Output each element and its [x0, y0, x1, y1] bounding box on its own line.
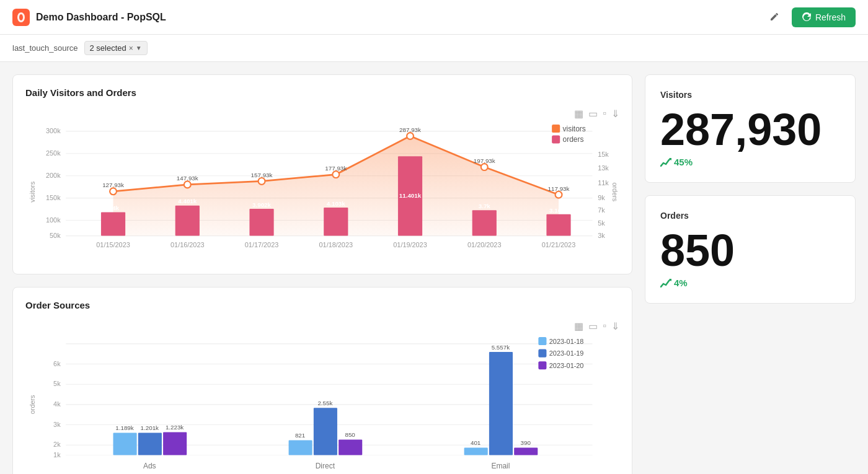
svg-text:13k: 13k: [598, 164, 609, 172]
svg-text:Ads: Ads: [143, 462, 156, 470]
header: Demo Dashboard - PopSQL Refresh: [0, 0, 868, 35]
svg-text:Direct: Direct: [316, 462, 335, 470]
svg-text:2.55k: 2.55k: [317, 400, 332, 406]
svg-rect-92: [464, 447, 488, 455]
orders-chart-area: ▦ ▭ ▫ ⇓ 1k 2k 3k: [25, 320, 619, 474]
svg-text:Email: Email: [491, 462, 510, 470]
toolbar-expand-icon-2[interactable]: ▭: [588, 320, 598, 332]
svg-text:3.105k: 3.105k: [549, 207, 568, 214]
orders-chart-title: Order Sources: [25, 300, 619, 310]
orders-stat-change: 4%: [660, 278, 840, 288]
svg-text:2023-01-18: 2023-01-18: [549, 338, 584, 345]
svg-rect-80: [163, 432, 187, 455]
svg-rect-85: [289, 440, 312, 455]
svg-point-29: [407, 133, 414, 139]
toolbar-expand-icon[interactable]: ▭: [588, 108, 598, 120]
svg-text:6k: 6k: [53, 360, 61, 367]
svg-point-30: [481, 164, 488, 170]
toolbar-shrink-icon-2[interactable]: ▫: [603, 320, 606, 332]
toolbar-download-icon-2[interactable]: ⇓: [611, 320, 619, 332]
toolbar-shrink-icon[interactable]: ▫: [603, 108, 606, 120]
svg-rect-62: [552, 135, 560, 143]
svg-text:2023-01-20: 2023-01-20: [549, 362, 584, 369]
page-title: Demo Dashboard - PopSQL: [36, 12, 166, 23]
svg-rect-104: [538, 361, 546, 369]
svg-text:11k: 11k: [598, 179, 609, 187]
visitors-stat-value: 287,930: [660, 107, 840, 152]
svg-text:1.189k: 1.189k: [115, 424, 133, 431]
svg-text:300k: 300k: [46, 127, 61, 134]
svg-text:3.7k: 3.7k: [479, 203, 491, 209]
svg-text:4k: 4k: [53, 400, 61, 408]
svg-rect-41: [249, 209, 273, 236]
refresh-button[interactable]: Refresh: [792, 7, 856, 27]
svg-text:100k: 100k: [46, 216, 61, 224]
svg-text:200k: 200k: [46, 172, 61, 179]
header-left: Demo Dashboard - PopSQL: [12, 9, 166, 26]
filter-dropdown-icon[interactable]: ▼: [136, 45, 142, 51]
svg-text:287.93k: 287.93k: [399, 126, 421, 133]
svg-text:150k: 150k: [46, 194, 61, 201]
svg-text:01/21/2023: 01/21/2023: [542, 241, 575, 248]
svg-text:1.223k: 1.223k: [166, 424, 184, 431]
svg-text:147.93k: 147.93k: [177, 175, 198, 182]
svg-text:157.93k: 157.93k: [251, 172, 273, 178]
filter-bar: last_touch_source 2 selected × ▼: [0, 35, 868, 62]
visitors-chart-svg: 50k 100k 150k 200k 250k 300k 3k 5k 7k 9k…: [25, 125, 619, 260]
app-icon: [12, 9, 30, 26]
toolbar-copy-icon-2[interactable]: ▦: [574, 320, 583, 332]
visitors-stat-change: 45%: [660, 157, 840, 167]
svg-text:7k: 7k: [598, 206, 605, 214]
svg-text:visitors: visitors: [29, 181, 36, 202]
svg-text:01/15/2023: 01/15/2023: [96, 241, 130, 248]
svg-text:3k: 3k: [53, 421, 61, 428]
svg-text:2k: 2k: [53, 441, 61, 448]
orders-stat-value: 850: [660, 228, 840, 273]
svg-text:127.93k: 127.93k: [102, 182, 124, 188]
left-panel: Daily Visitors and Orders ▦ ▭ ▫ ⇓: [12, 74, 632, 474]
visitors-stat-card: Visitors 287,930 45%: [645, 74, 856, 183]
edit-button[interactable]: [766, 7, 784, 27]
svg-rect-94: [514, 447, 538, 455]
svg-text:01/20/2023: 01/20/2023: [467, 241, 501, 248]
svg-rect-93: [489, 352, 513, 455]
orders-trend-icon: [660, 279, 671, 287]
svg-text:5k: 5k: [53, 380, 61, 387]
visitors-trend-icon: [660, 158, 671, 167]
svg-rect-44: [472, 210, 497, 235]
svg-text:4.103k: 4.103k: [327, 200, 345, 207]
svg-point-27: [259, 178, 265, 185]
svg-text:11.401k: 11.401k: [399, 192, 422, 199]
svg-text:01/19/2023: 01/19/2023: [393, 241, 427, 248]
svg-text:197.93k: 197.93k: [474, 157, 495, 164]
svg-text:177.93k: 177.93k: [325, 165, 347, 172]
svg-rect-40: [175, 206, 200, 236]
header-right: Refresh: [766, 7, 856, 27]
visitors-chart-area: ▦ ▭ ▫ ⇓ 50k 100k 150k 2: [25, 108, 619, 261]
toolbar-copy-icon[interactable]: ▦: [574, 108, 583, 120]
right-panel: Visitors 287,930 45% Orders 850 4%: [645, 74, 856, 474]
svg-text:850: 850: [345, 431, 355, 438]
svg-point-25: [110, 188, 117, 195]
svg-rect-100: [538, 337, 546, 345]
svg-text:orders: orders: [29, 395, 36, 414]
svg-text:visitors: visitors: [563, 125, 586, 133]
filter-close-icon[interactable]: ×: [129, 44, 133, 53]
svg-rect-42: [324, 208, 348, 236]
svg-text:3.902k: 3.902k: [252, 201, 271, 208]
svg-text:250k: 250k: [46, 149, 61, 157]
filter-tag-value: 2 selected: [90, 43, 126, 53]
svg-text:15k: 15k: [598, 151, 609, 158]
svg-text:117.93k: 117.93k: [548, 185, 570, 192]
svg-text:2023-01-19: 2023-01-19: [549, 349, 584, 357]
filter-tag[interactable]: 2 selected × ▼: [84, 41, 148, 55]
main-content: Daily Visitors and Orders ▦ ▭ ▫ ⇓: [0, 62, 868, 474]
svg-rect-86: [314, 408, 337, 455]
svg-text:5.557k: 5.557k: [492, 343, 510, 350]
svg-text:5k: 5k: [598, 219, 605, 227]
svg-text:01/16/2023: 01/16/2023: [170, 241, 204, 248]
toolbar-download-icon[interactable]: ⇓: [611, 108, 619, 120]
svg-text:3.4k: 3.4k: [107, 204, 120, 211]
edit-icon: [769, 11, 781, 22]
filter-label: last_touch_source: [12, 43, 78, 53]
